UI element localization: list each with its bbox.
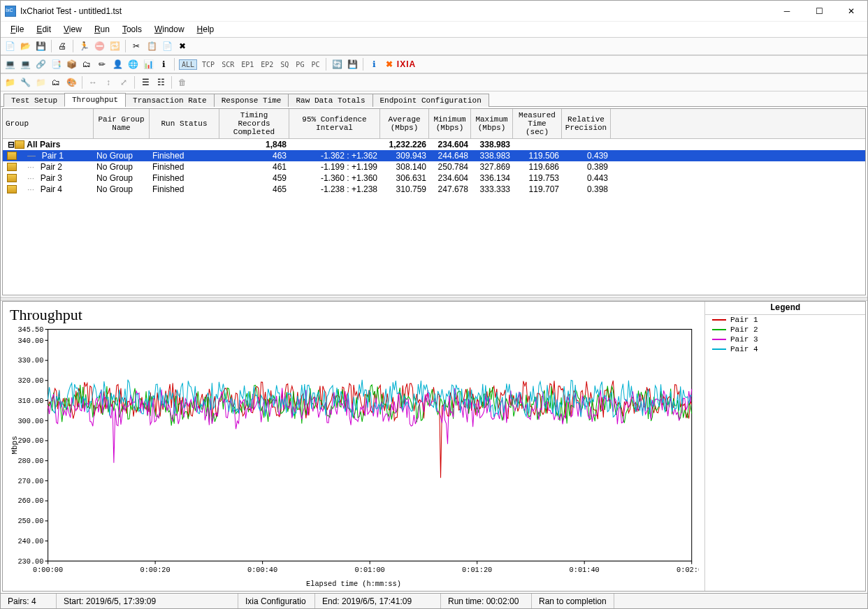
print-icon[interactable]: 🖨 — [56, 40, 68, 52]
tb3-10-icon[interactable]: ☷ — [154, 76, 167, 89]
content-tabs: Test Setup Throughput Transaction Rate R… — [1, 91, 867, 107]
filter-ep2[interactable]: EP2 — [259, 60, 275, 69]
svg-text:330.00: 330.00 — [17, 356, 43, 365]
status-start: Start: 2019/6/5, 17:39:09 — [57, 594, 238, 608]
tab-transaction-rate[interactable]: Transaction Rate — [125, 94, 215, 107]
col-relative-precision[interactable]: Relative Precision — [562, 109, 611, 138]
col-measured-time[interactable]: Measured Time (sec) — [513, 109, 562, 138]
paste-icon[interactable]: 📄 — [161, 40, 173, 52]
tab-test-setup[interactable]: Test Setup — [3, 94, 65, 107]
table-row[interactable]: — Pair 1No GroupFinished463-1.362 : +1.3… — [3, 150, 865, 161]
copy-icon[interactable]: 📋 — [145, 40, 158, 52]
col-pair-group-name[interactable]: Pair Group Name — [94, 109, 150, 138]
svg-text:300.00: 300.00 — [17, 416, 43, 425]
script-icon[interactable]: 📑 — [50, 58, 62, 71]
svg-text:0:02:00: 0:02:00 — [677, 565, 699, 573]
svg-text:310.00: 310.00 — [17, 397, 43, 405]
results-grid: Group Pair Group Name Run Status Timing … — [2, 108, 866, 295]
filter-tcp[interactable]: TCP — [200, 60, 217, 69]
row-all-pairs[interactable]: ⊟ All Pairs1,8481,232.226234.604338.983 — [3, 139, 865, 150]
endpoint1-icon[interactable]: 💻 — [3, 58, 16, 71]
col-average[interactable]: Average (Mbps) — [380, 109, 429, 138]
table-row[interactable]: ··· Pair 3No GroupFinished459-1.360 : +1… — [3, 173, 865, 184]
status-end: End: 2019/6/5, 17:41:09 — [315, 594, 441, 608]
menu-run[interactable]: Run — [89, 23, 115, 36]
net-icon[interactable]: 🌐 — [126, 58, 139, 71]
col-run-status[interactable]: Run Status — [150, 109, 219, 138]
svg-text:240.00: 240.00 — [17, 537, 43, 545]
tb3-4-icon[interactable]: 🗂 — [50, 76, 62, 89]
legend-item[interactable]: Pair 4 — [705, 344, 865, 354]
tb3-5-icon[interactable]: 🎨 — [65, 76, 78, 89]
new-icon[interactable]: 📄 — [3, 40, 16, 52]
tb3-9-icon[interactable]: ☰ — [139, 76, 152, 89]
svg-text:260.00: 260.00 — [17, 497, 43, 505]
endpoint2-icon[interactable]: 💻 — [19, 58, 31, 71]
filter-scr[interactable]: SCR — [219, 60, 236, 69]
throughput-chart[interactable]: 230.00240.00250.00260.00270.00280.00290.… — [8, 325, 699, 588]
menu-window[interactable]: Window — [149, 23, 190, 36]
chart-zone: Throughput 230.00240.00250.00260.00270.0… — [2, 301, 866, 592]
tb3-7-icon[interactable]: ↕ — [102, 76, 115, 89]
filter-ep1[interactable]: EP1 — [239, 60, 256, 69]
svg-text:0:00:00: 0:00:00 — [33, 565, 63, 573]
tb3-2-icon[interactable]: 🔧 — [19, 76, 31, 89]
col-group[interactable]: Group — [3, 109, 94, 138]
group-icon[interactable]: 📦 — [65, 58, 78, 71]
tb3-6-icon[interactable]: ↔ — [87, 76, 99, 89]
tb3-8-icon[interactable]: ⤢ — [117, 76, 130, 89]
delete-icon[interactable]: ✖ — [176, 40, 189, 52]
open-icon[interactable]: 📂 — [19, 40, 31, 52]
save-icon[interactable]: 💾 — [34, 40, 47, 52]
legend-item[interactable]: Pair 1 — [705, 315, 865, 325]
multi-icon[interactable]: 🗂 — [80, 58, 93, 71]
help-icon[interactable]: ℹ — [368, 58, 380, 71]
close-button[interactable]: ✕ — [835, 1, 867, 22]
tab-endpoint-config[interactable]: Endpoint Configuration — [372, 94, 489, 107]
tab-raw-data[interactable]: Raw Data Totals — [288, 94, 372, 107]
legend-item[interactable]: Pair 2 — [705, 325, 865, 335]
menu-help[interactable]: Help — [191, 23, 220, 36]
run-icon[interactable]: 🏃 — [78, 40, 90, 52]
table-row[interactable]: ··· Pair 2No GroupFinished461-1.199 : +1… — [3, 161, 865, 173]
tab-throughput[interactable]: Throughput — [64, 93, 126, 107]
filter-all[interactable]: ALL — [179, 59, 197, 70]
cut-icon[interactable]: ✂ — [130, 40, 143, 52]
col-maximum[interactable]: Maximum (Mbps) — [471, 109, 513, 138]
filter-sq[interactable]: SQ — [278, 60, 291, 69]
tb3-11-icon[interactable]: 🗑 — [176, 76, 189, 89]
legend-item[interactable]: Pair 3 — [705, 335, 865, 344]
tab-response-time[interactable]: Response Time — [214, 94, 289, 107]
menu-edit[interactable]: Edit — [31, 23, 57, 36]
grid-body[interactable]: ⊟ All Pairs1,8481,232.226234.604338.983 … — [3, 139, 865, 295]
tb3-3-icon[interactable]: 📁 — [34, 76, 47, 89]
save2-icon[interactable]: 💾 — [346, 58, 359, 71]
filter-pg[interactable]: PG — [294, 60, 306, 69]
toolbar-filters: 💻 💻 🔗 📑 📦 🗂 ✏ 👤 🌐 📊 ℹ ALL TCP SCR EP1 EP… — [1, 55, 867, 73]
maximize-button[interactable]: ☐ — [803, 1, 835, 22]
chart-icon[interactable]: 📊 — [142, 58, 154, 71]
edit-pair-icon[interactable]: ✏ — [96, 58, 108, 71]
menu-view[interactable]: View — [58, 23, 87, 36]
svg-text:0:01:20: 0:01:20 — [462, 565, 492, 573]
col-confidence[interactable]: 95% Confidence Interval — [289, 109, 380, 138]
refresh-icon[interactable]: 🔄 — [331, 58, 343, 71]
filter-pc[interactable]: PC — [309, 60, 321, 69]
pair-icon[interactable]: 🔗 — [34, 58, 47, 71]
menu-tools[interactable]: Tools — [117, 23, 147, 36]
user-icon[interactable]: 👤 — [111, 58, 124, 71]
loop-icon[interactable]: 🔁 — [108, 40, 121, 52]
info-icon[interactable]: ℹ — [157, 58, 170, 71]
titlebar: IxChariot Test - untitled1.tst ─ ☐ ✕ — [1, 1, 867, 22]
col-minimum[interactable]: Minimum (Mbps) — [429, 109, 471, 138]
svg-text:0:00:20: 0:00:20 — [140, 565, 171, 573]
col-timing-records[interactable]: Timing Records Completed — [219, 109, 289, 138]
minimize-button[interactable]: ─ — [771, 1, 803, 22]
svg-text:0:00:40: 0:00:40 — [247, 565, 277, 573]
stop-icon[interactable]: ⛔ — [93, 40, 106, 52]
tb3-1-icon[interactable]: 📁 — [3, 76, 16, 89]
legend-panel: Legend Pair 1Pair 2Pair 3Pair 4 — [704, 302, 865, 591]
table-row[interactable]: ··· Pair 4No GroupFinished465-1.238 : +1… — [3, 184, 865, 195]
menu-file[interactable]: File — [5, 23, 29, 36]
status-runtime: Run time: 00:02:00 — [441, 594, 532, 608]
